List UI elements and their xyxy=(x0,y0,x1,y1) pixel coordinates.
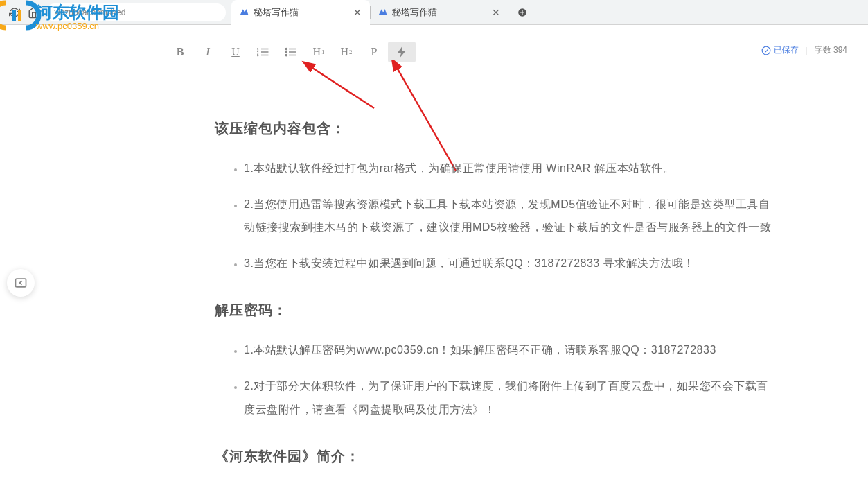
saved-label: 已保存 xyxy=(774,44,799,56)
heading1-button[interactable]: H1 xyxy=(305,42,333,62)
list-item: 1.本站默认软件经过打包为rar格式，为确保正常使用请使用 WinRAR 解压本… xyxy=(244,157,776,180)
svg-point-14 xyxy=(285,54,287,55)
heading-intro: 《河东软件园》简介： xyxy=(215,443,776,469)
paragraph-button[interactable]: P xyxy=(360,42,388,62)
editor-area: B I U 123 H1 H2 P 已保存 | 字数 394 xyxy=(0,25,868,495)
list-item: 1.本站默认解压密码为www.pc0359.cn！如果解压密码不正确，请联系客服… xyxy=(244,338,776,362)
annotation-arrow-1 xyxy=(298,60,388,115)
underline-button[interactable]: U xyxy=(222,42,249,62)
heading-password: 解压密码： xyxy=(215,297,776,323)
tab-title: 秘塔写作猫 xyxy=(392,6,486,19)
divider: | xyxy=(806,46,808,55)
svg-point-13 xyxy=(285,51,287,53)
unordered-list-button[interactable] xyxy=(277,42,305,62)
word-count: 字数 394 xyxy=(815,44,847,56)
svg-rect-21 xyxy=(16,279,26,287)
list-item: 2.当您使用迅雷等搜索资源模式下载工具下载本站资源，发现MD5值验证不对时，很可… xyxy=(244,193,776,239)
nav-buttons xyxy=(3,6,46,19)
check-circle-icon xyxy=(761,46,771,55)
tab-title: 秘塔写作猫 xyxy=(254,6,348,19)
heading2-button[interactable]: H2 xyxy=(333,42,360,62)
browser-chrome-bar: xiezuocat.com/#/ed 秘塔写作猫 ✕ 秘塔写作猫 ✕ xyxy=(0,0,868,25)
tab-1[interactable]: 秘塔写作猫 ✕ xyxy=(231,0,370,25)
list-item: 2.对于部分大体积软件，为了保证用户的下载速度，我们将附件上传到了百度云盘中，如… xyxy=(244,374,776,421)
collapse-sidebar-button[interactable] xyxy=(7,269,35,297)
heading-package: 该压缩包内容包含： xyxy=(215,115,776,141)
svg-marker-15 xyxy=(398,46,406,58)
tab-favicon-icon xyxy=(377,7,388,18)
lightning-button[interactable] xyxy=(388,42,416,62)
reload-icon[interactable] xyxy=(8,6,21,19)
svg-point-12 xyxy=(285,48,287,49)
italic-button[interactable]: I xyxy=(194,42,222,62)
status-bar: 已保存 | 字数 394 xyxy=(761,44,848,56)
bold-button[interactable]: B xyxy=(166,42,194,62)
url-text: xiezuocat.com/#/ed xyxy=(54,8,125,17)
svg-point-16 xyxy=(762,46,770,55)
ordered-list-button[interactable]: 123 xyxy=(249,42,277,62)
saved-status: 已保存 xyxy=(761,44,799,56)
svg-text:3: 3 xyxy=(257,53,259,57)
list-item: 3.当您在下载安装过程中如果遇到问题，可通过联系QQ：3187272833 寻求… xyxy=(244,252,776,275)
tab-2[interactable]: 秘塔写作猫 ✕ xyxy=(370,0,508,25)
list-password: 1.本站默认解压密码为www.pc0359.cn！如果解压密码不正确，请联系客服… xyxy=(215,338,776,421)
close-icon[interactable]: ✕ xyxy=(490,7,502,18)
editor-toolbar: B I U 123 H1 H2 P xyxy=(166,42,416,62)
svg-line-18 xyxy=(310,67,374,108)
close-icon[interactable]: ✕ xyxy=(352,7,363,18)
tab-strip: 秘塔写作猫 ✕ 秘塔写作猫 ✕ xyxy=(231,0,532,25)
list-package: 1.本站默认软件经过打包为rar格式，为确保正常使用请使用 WinRAR 解压本… xyxy=(215,157,776,275)
home-icon[interactable] xyxy=(28,6,40,19)
collapse-icon xyxy=(14,277,28,289)
tab-favicon-icon xyxy=(238,7,249,18)
document-content[interactable]: 该压缩包内容包含： 1.本站默认软件经过打包为rar格式，为确保正常使用请使用 … xyxy=(215,115,776,485)
url-bar[interactable]: xiezuocat.com/#/ed xyxy=(46,3,226,21)
new-tab-button[interactable] xyxy=(513,3,532,22)
